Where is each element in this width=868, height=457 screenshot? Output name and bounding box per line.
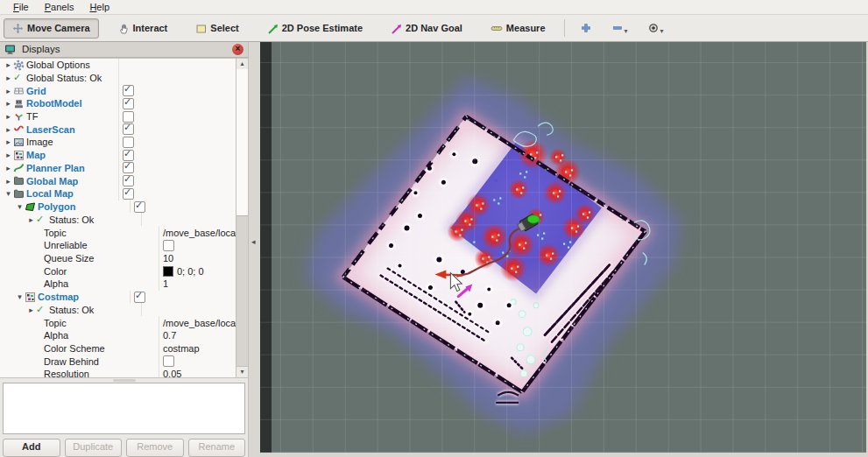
visibility-checkbox[interactable] xyxy=(123,111,134,123)
interact-hand-icon xyxy=(118,23,130,34)
property-value[interactable]: /move_base/local_co… xyxy=(163,318,236,328)
expand-triangle-icon[interactable]: ▸ xyxy=(4,74,13,82)
remove-button[interactable]: Remove xyxy=(126,439,184,457)
collapse-triangle-icon[interactable]: ▾ xyxy=(4,189,13,198)
expand-triangle-icon[interactable]: ▸ xyxy=(4,177,13,186)
visibility-checkbox[interactable] xyxy=(163,355,174,367)
color-swatch[interactable] xyxy=(163,266,173,277)
display-row-tf[interactable]: ▸TF xyxy=(0,110,236,123)
tool-button-label: Select xyxy=(210,23,238,33)
map-icon xyxy=(25,292,38,303)
expand-triangle-icon[interactable]: ▸ xyxy=(26,306,36,314)
display-row-laserscan[interactable]: ▸LaserScan xyxy=(0,123,236,136)
tool-button-move-camera[interactable]: Move Camera xyxy=(4,18,99,39)
visibility-checkbox[interactable] xyxy=(123,188,134,200)
grid-icon xyxy=(13,85,26,96)
expand-triangle-icon[interactable]: ▸ xyxy=(4,164,13,172)
expand-triangle-icon[interactable]: ▸ xyxy=(4,125,13,134)
display-row-topic[interactable]: Topic/move_base/local_co… xyxy=(0,226,236,239)
tool-button-2d-pose-estimate[interactable]: 2D Pose Estimate xyxy=(258,18,371,39)
visibility-checkbox[interactable] xyxy=(163,240,174,251)
panel-title: Displays xyxy=(22,44,228,54)
display-row-color-scheme[interactable]: Color Schemecostmap xyxy=(0,342,236,355)
expand-triangle-icon[interactable]: ▸ xyxy=(4,112,13,121)
dropdown-caret-icon[interactable]: ▾ xyxy=(625,29,628,34)
menu-item-help[interactable]: Help xyxy=(81,1,117,13)
display-row-topic[interactable]: Topic/move_base/local_co… xyxy=(0,316,236,329)
tool-button-camera-focus[interactable]: ▾ xyxy=(642,19,669,37)
visibility-checkbox[interactable] xyxy=(123,98,134,109)
expand-triangle-icon[interactable]: ▸ xyxy=(4,60,13,69)
tool-button-measure[interactable]: Measure xyxy=(482,18,554,39)
panel-splitter[interactable]: ◂ xyxy=(248,42,260,457)
visibility-checkbox[interactable] xyxy=(123,162,134,173)
visibility-checkbox[interactable] xyxy=(123,175,134,186)
display-row-queue-size[interactable]: Queue Size10 xyxy=(0,252,236,265)
expand-triangle-icon[interactable]: ▸ xyxy=(4,87,13,95)
rename-button[interactable]: Rename xyxy=(188,439,246,457)
visibility-checkbox[interactable] xyxy=(123,85,134,96)
display-row-global-map[interactable]: ▸Global Map xyxy=(0,174,236,187)
display-label: Status: Ok xyxy=(49,305,94,315)
duplicate-button[interactable]: Duplicate xyxy=(65,439,123,457)
display-row-planner-plan[interactable]: ▸Planner Plan xyxy=(0,162,236,175)
display-label: Topic xyxy=(44,228,67,238)
visibility-checkbox[interactable] xyxy=(123,150,134,161)
folder-icon xyxy=(13,175,26,186)
visibility-checkbox[interactable] xyxy=(134,201,145,213)
display-row-alpha[interactable]: Alpha0.7 xyxy=(0,329,236,342)
visibility-checkbox[interactable] xyxy=(134,292,145,303)
visibility-checkbox[interactable] xyxy=(123,137,134,148)
scrollbar-thumb[interactable] xyxy=(236,69,248,216)
collapse-chevron-icon[interactable]: ◂ xyxy=(251,237,256,246)
display-row-image[interactable]: ▸Image xyxy=(0,136,236,149)
display-row-global-options[interactable]: ▸Global Options xyxy=(0,59,236,72)
display-row-status-ok[interactable]: ▸✓Status: Ok xyxy=(0,303,236,316)
display-row-local-map[interactable]: ▾Local Map xyxy=(0,187,236,200)
visibility-checkbox[interactable] xyxy=(123,123,134,135)
property-value[interactable]: /move_base/local_co… xyxy=(163,228,236,238)
close-icon[interactable]: × xyxy=(232,44,243,55)
expand-triangle-icon[interactable]: ▸ xyxy=(26,215,36,224)
property-value[interactable]: 0; 0; 0 xyxy=(177,266,204,277)
display-row-color[interactable]: Color0; 0; 0 xyxy=(0,264,236,278)
display-row-costmap[interactable]: ▾Costmap xyxy=(0,291,236,304)
scroll-down-icon[interactable]: ▾ xyxy=(236,366,248,377)
property-value[interactable]: 0.05 xyxy=(163,369,181,376)
menu-item-panels[interactable]: Panels xyxy=(37,1,82,13)
displays-panel-header[interactable]: Displays × xyxy=(0,42,248,58)
tool-button-label: Interact xyxy=(133,23,168,33)
property-value[interactable]: 1 xyxy=(163,278,168,289)
collapse-triangle-icon[interactable]: ▾ xyxy=(15,202,25,211)
display-row-grid[interactable]: ▸Grid xyxy=(0,84,236,97)
3d-viewport[interactable] xyxy=(260,42,866,453)
tool-button-zoom-out-minus[interactable]: ▾ xyxy=(606,19,633,37)
tool-button-2d-nav-goal[interactable]: 2D Nav Goal xyxy=(382,18,471,39)
display-row-polygon[interactable]: ▾Polygon xyxy=(0,200,236,214)
status-ok-check-icon: ✓ xyxy=(36,214,49,225)
tree-scrollbar[interactable]: ▴ ▾ xyxy=(236,59,248,377)
display-row-robotmodel[interactable]: ▸RobotModel xyxy=(0,97,236,110)
tool-button-label: 2D Nav Goal xyxy=(406,23,462,33)
menu-item-file[interactable]: File xyxy=(5,1,37,13)
display-row-map[interactable]: ▸Map xyxy=(0,149,236,162)
display-row-unreliable[interactable]: Unreliable xyxy=(0,239,236,252)
tool-button-zoom-in-plus[interactable] xyxy=(575,19,597,37)
expand-triangle-icon[interactable]: ▸ xyxy=(4,99,13,108)
property-value[interactable]: 0.7 xyxy=(163,330,176,341)
dropdown-caret-icon[interactable]: ▾ xyxy=(660,29,664,34)
display-row-global-status-ok[interactable]: ▸✓Global Status: Ok xyxy=(0,72,236,85)
tool-button-select[interactable]: Select xyxy=(187,18,247,39)
display-row-status-ok[interactable]: ▸✓Status: Ok xyxy=(0,213,236,226)
property-value[interactable]: 10 xyxy=(163,253,173,264)
collapse-triangle-icon[interactable]: ▾ xyxy=(15,292,25,301)
display-label: Color Scheme xyxy=(44,343,105,354)
display-row-draw-behind[interactable]: Draw Behind xyxy=(0,355,236,368)
display-row-alpha[interactable]: Alpha1 xyxy=(0,278,236,291)
property-value[interactable]: costmap xyxy=(163,343,200,354)
add-button[interactable]: Add xyxy=(3,439,60,457)
display-row-resolution[interactable]: Resolution0.05 xyxy=(0,368,236,377)
expand-triangle-icon[interactable]: ▸ xyxy=(4,151,13,159)
tool-button-interact[interactable]: Interact xyxy=(109,18,177,39)
expand-triangle-icon[interactable]: ▸ xyxy=(4,137,13,146)
